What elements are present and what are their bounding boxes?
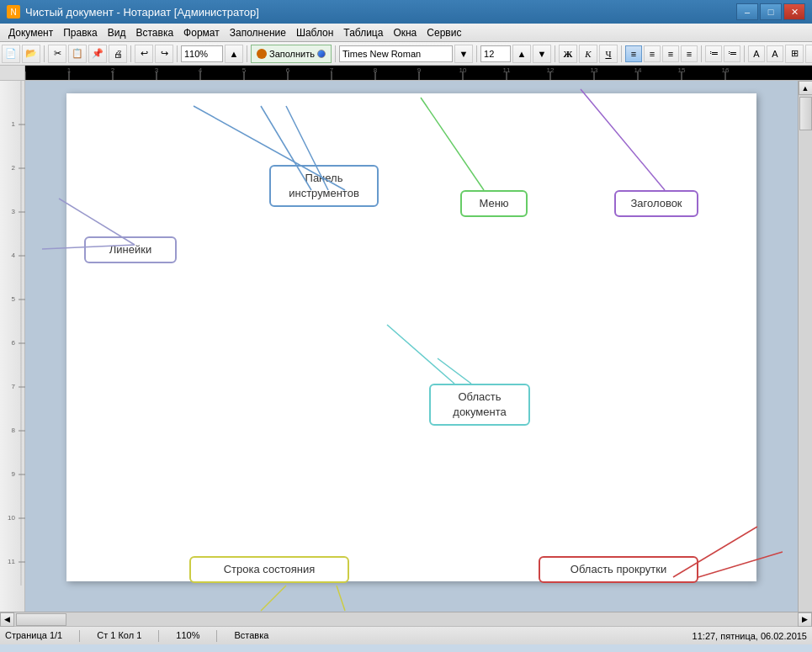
svg-text:3: 3	[12, 208, 16, 215]
main-area: 1 2 3 4 5 6 7 8 9 10 11	[0, 81, 812, 612]
separator-2	[130, 45, 131, 62]
svg-text:7: 7	[12, 383, 16, 390]
menu-item-edit[interactable]: Правка	[58, 25, 103, 40]
svg-text:5: 5	[242, 66, 247, 74]
svg-line-66	[261, 586, 286, 611]
bold-button[interactable]: Ж	[559, 45, 577, 63]
svg-text:3: 3	[155, 66, 159, 74]
cut-button[interactable]: ✂	[48, 45, 66, 63]
status-bar: Страница 1/1 Ст 1 Кол 1 110% Вставка 11:…	[0, 626, 812, 644]
font-name-dropdown[interactable]: ▼	[454, 45, 473, 63]
menu-bar: Документ Правка Вид Вставка Формат Запол…	[0, 24, 812, 42]
list-ordered-button[interactable]: ≔	[705, 45, 722, 62]
svg-text:6: 6	[12, 339, 16, 347]
svg-text:8: 8	[12, 427, 16, 434]
zoom-input[interactable]	[181, 45, 223, 62]
window-controls: – □ ✕	[736, 3, 805, 20]
status-left: Страница 1/1 Ст 1 Кол 1 110% Вставка	[5, 630, 268, 642]
separator-9	[701, 45, 702, 62]
separator-10	[744, 45, 745, 62]
ruler-corner	[0, 66, 25, 80]
svg-text:2: 2	[12, 164, 16, 172]
svg-text:4: 4	[199, 66, 203, 74]
menu-item-view[interactable]: Вид	[103, 25, 131, 40]
svg-text:5: 5	[12, 295, 16, 303]
list-unordered-button[interactable]: ≔	[724, 45, 740, 62]
menu-item-fill[interactable]: Заполнение	[225, 25, 291, 40]
svg-text:15: 15	[678, 66, 686, 74]
fill-color-icon	[317, 50, 326, 58]
separator-5	[335, 45, 336, 62]
status-page: Страница 1/1	[5, 630, 62, 642]
menu-item-windows[interactable]: Окна	[388, 25, 422, 40]
svg-text:9: 9	[417, 66, 422, 74]
document-area[interactable]: Панель инструментов Меню Заголовок Линей…	[25, 81, 798, 612]
menu-item-insert[interactable]: Вставка	[131, 25, 179, 40]
font-size-up[interactable]: ▲	[512, 45, 531, 63]
align-left-button[interactable]: ≡	[625, 45, 642, 62]
scrollbar-horizontal[interactable]: ◀ ▶	[0, 612, 812, 626]
extra-button[interactable]: ⊞	[785, 45, 804, 63]
undo-button[interactable]: ↩	[135, 45, 153, 63]
underline-button[interactable]: Ч	[599, 45, 618, 63]
table-insert-button[interactable]: ⊞	[805, 45, 812, 63]
svg-text:4: 4	[12, 252, 16, 259]
svg-text:8: 8	[374, 66, 378, 74]
svg-line-67	[337, 586, 345, 611]
font-size-a-button[interactable]: A	[767, 45, 783, 62]
new-button[interactable]: 📄	[2, 45, 20, 63]
separator-4	[247, 45, 247, 62]
scroll-right-button[interactable]: ▶	[798, 612, 812, 627]
open-button[interactable]: 📂	[22, 45, 40, 63]
menu-item-document[interactable]: Документ	[3, 25, 58, 40]
separator-1	[44, 45, 45, 62]
svg-text:7: 7	[330, 66, 334, 74]
menu-item-service[interactable]: Сервис	[422, 25, 466, 40]
scrollbar-vertical[interactable]: ▲	[798, 81, 812, 612]
scroll-thumb-vertical[interactable]	[799, 97, 812, 130]
zoom-up-button[interactable]: ▲	[225, 45, 243, 63]
window-title: Чистый документ - Нотариат [Администрато…	[25, 6, 259, 19]
menu-item-format[interactable]: Формат	[178, 25, 225, 40]
italic-button[interactable]: К	[579, 45, 597, 63]
svg-text:16: 16	[722, 66, 730, 74]
scroll-left-button[interactable]: ◀	[0, 612, 14, 627]
app-icon: N	[7, 5, 20, 19]
font-name-input[interactable]	[339, 45, 453, 62]
svg-text:6: 6	[286, 66, 290, 74]
align-right-button[interactable]: ≡	[662, 45, 679, 62]
close-button[interactable]: ✕	[783, 3, 805, 20]
status-cursor: Ст 1 Кол 1	[97, 630, 141, 642]
status-mode: Вставка	[234, 630, 268, 642]
svg-text:1: 1	[12, 120, 16, 128]
scroll-up-button[interactable]: ▲	[799, 81, 813, 95]
maximize-button[interactable]: □	[760, 3, 782, 20]
copy-button[interactable]: 📋	[68, 45, 87, 63]
separator-8	[621, 45, 622, 62]
paste-button[interactable]: 📌	[88, 45, 107, 63]
svg-text:2: 2	[111, 66, 115, 74]
svg-text:14: 14	[634, 66, 642, 74]
font-color-button[interactable]: A	[748, 45, 765, 62]
minimize-button[interactable]: –	[736, 3, 758, 20]
menu-item-template[interactable]: Шаблон	[291, 25, 338, 40]
font-size-input[interactable]	[480, 45, 511, 62]
align-justify-button[interactable]: ≡	[681, 45, 698, 62]
svg-text:1: 1	[67, 66, 72, 74]
separator-3	[177, 45, 178, 62]
status-time: 11:27, пятница, 06.02.2015	[693, 631, 807, 641]
status-sep-3	[216, 630, 217, 642]
fill-icon	[257, 49, 267, 59]
redo-button[interactable]: ↪	[155, 45, 173, 63]
svg-text:11: 11	[503, 66, 511, 74]
scroll-thumb-horizontal[interactable]	[16, 613, 66, 626]
fill-button[interactable]: Заполнить	[251, 45, 332, 63]
font-size-down[interactable]: ▼	[533, 45, 551, 63]
title-bar: N Чистый документ - Нотариат [Администра…	[0, 0, 812, 24]
fill-label: Заполнить	[269, 49, 315, 59]
align-center-button[interactable]: ≡	[644, 45, 661, 62]
svg-text:12: 12	[547, 66, 555, 74]
print-button[interactable]: 🖨	[109, 45, 127, 63]
menu-item-table[interactable]: Таблица	[338, 25, 388, 40]
svg-text:10: 10	[459, 66, 467, 74]
